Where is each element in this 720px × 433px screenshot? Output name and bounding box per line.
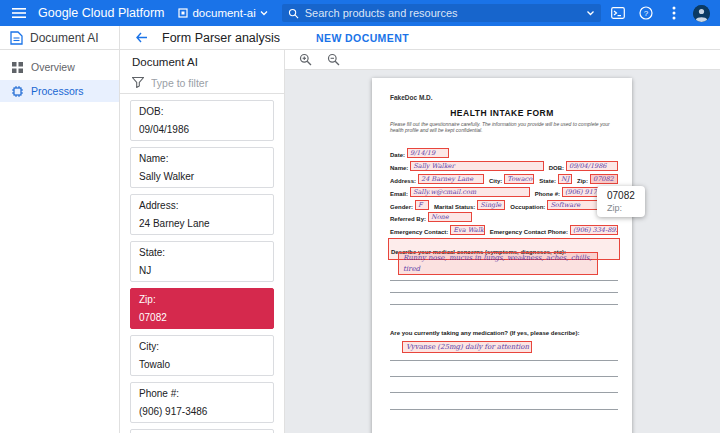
- annotation-referred-by[interactable]: None: [428, 212, 472, 222]
- doc-title: HEALTH INTAKE FORM: [372, 108, 632, 118]
- field-card-state[interactable]: State: NJ: [130, 241, 274, 282]
- field-value: 24 Barney Lane: [139, 218, 265, 229]
- sidebar: Document AI Overview Processors: [0, 26, 120, 433]
- zoom-out-icon[interactable]: [325, 52, 341, 68]
- overview-icon: [12, 62, 23, 73]
- app-window: Google Cloud Platform document-ai ?: [0, 0, 720, 433]
- filter-input[interactable]: [151, 77, 272, 89]
- annotation-zip[interactable]: 07082: [590, 174, 618, 184]
- annotation-medication-value[interactable]: Vyvanse (25mg) daily for attention: [402, 341, 532, 353]
- field-card-zip[interactable]: Zip: 07082: [130, 288, 274, 329]
- doc-row-emergency: Emergency Contact: Eva Walker Emergency …: [390, 225, 618, 235]
- fields-panel: Document AI DOB: 09/04/1986 Name: Sally …: [120, 50, 285, 433]
- app-bar: Form Parser analysis NEW DOCUMENT: [120, 26, 720, 50]
- doc-field-label: Referred By:: [390, 216, 426, 222]
- help-icon[interactable]: ?: [637, 4, 655, 22]
- annotation-emergency-phone[interactable]: (906) 334-8926: [570, 225, 618, 235]
- ruled-line: [390, 392, 618, 393]
- avatar[interactable]: [693, 5, 710, 22]
- field-value: (906) 917-3486: [139, 406, 265, 417]
- top-bar: Google Cloud Platform document-ai ?: [0, 0, 720, 26]
- zoom-in-icon[interactable]: [297, 52, 313, 68]
- ruled-line: [390, 376, 618, 377]
- annotation-date[interactable]: 9/14/19: [407, 148, 449, 158]
- doc-field-label: Emergency Contact Phone:: [490, 229, 568, 235]
- ruled-line: [390, 360, 618, 361]
- new-document-button[interactable]: NEW DOCUMENT: [316, 32, 409, 44]
- field-value: Sally Walker: [139, 171, 265, 182]
- sidebar-item-processors[interactable]: Processors: [0, 80, 119, 102]
- tooltip-label: Zip:: [607, 203, 635, 213]
- cloud-shell-icon[interactable]: [609, 4, 627, 22]
- doc-field-label: Gender:: [390, 204, 413, 210]
- field-card-city[interactable]: City: Towalo: [130, 335, 274, 376]
- doc-row-address: Address: 24 Barney Lane City: Towaco Sta…: [390, 174, 618, 184]
- doc-field-label: DOB:: [549, 165, 564, 171]
- sidebar-item-overview[interactable]: Overview: [0, 56, 119, 78]
- topbar-actions: ?: [609, 4, 712, 22]
- search-input[interactable]: [305, 7, 580, 19]
- doc-row-name-dob: Name: Sally Walker DOB: 09/04/1986: [390, 161, 618, 171]
- field-list: DOB: 09/04/1986 Name: Sally Walker Addre…: [120, 94, 284, 433]
- annotation-state[interactable]: NJ: [558, 174, 572, 184]
- menu-icon[interactable]: [8, 2, 30, 24]
- field-label: DOB:: [139, 106, 265, 117]
- field-card-name[interactable]: Name: Sally Walker: [130, 147, 274, 188]
- annotation-name[interactable]: Sally Walker: [410, 161, 543, 171]
- annotation-gender[interactable]: F: [415, 200, 429, 210]
- ruled-line: [390, 292, 618, 293]
- ruled-line: [390, 409, 618, 410]
- doc-field-label: Occupation:: [510, 204, 545, 210]
- annotation-medical-concerns-value[interactable]: Runny nose, mucus in lungs, weakness, ac…: [398, 252, 598, 275]
- field-card-address[interactable]: Address: 24 Barney Lane: [130, 194, 274, 235]
- more-vert-icon[interactable]: [665, 4, 683, 22]
- project-icon: [178, 8, 188, 18]
- chevron-down-icon: [260, 10, 268, 16]
- svg-text:?: ?: [644, 9, 649, 18]
- filter-row: [120, 72, 284, 94]
- filter-icon: [132, 77, 144, 88]
- project-selector[interactable]: document-ai: [172, 5, 273, 21]
- sidebar-header: Document AI: [0, 26, 119, 50]
- back-arrow-icon[interactable]: [132, 29, 150, 47]
- annotation-emergency-contact[interactable]: Eva Walker: [450, 225, 484, 235]
- doc-clinic-name: FakeDoc M.D.: [390, 94, 433, 101]
- field-value: 09/04/1986: [139, 124, 265, 135]
- doc-field-label: Marital Status:: [434, 204, 475, 210]
- field-card-partial[interactable]: [130, 429, 274, 433]
- annotation-marital-status[interactable]: Single: [477, 200, 505, 210]
- field-label: City:: [139, 341, 265, 352]
- field-value: NJ: [139, 265, 265, 276]
- viewer-canvas[interactable]: FakeDoc M.D. HEALTH INTAKE FORM Please f…: [285, 70, 720, 433]
- field-value: Towalo: [139, 359, 265, 370]
- sidebar-title: Document AI: [30, 31, 99, 45]
- annotation-dob[interactable]: 09/04/1986: [566, 161, 618, 171]
- search-icon: [288, 8, 299, 19]
- doc-row-referred: Referred By: None: [390, 212, 618, 222]
- field-card-phone[interactable]: Phone #: (906) 917-3486: [130, 382, 274, 423]
- field-label: State:: [139, 247, 265, 258]
- field-card-dob[interactable]: DOB: 09/04/1986: [130, 100, 274, 141]
- doc-field-label: Zip:: [577, 178, 588, 184]
- field-label: Phone #:: [139, 388, 265, 399]
- annotation-email[interactable]: Sally.w@cmail.com: [410, 187, 530, 197]
- doc-field-label: Date:: [390, 152, 405, 158]
- doc-field-label: Name:: [390, 165, 408, 171]
- field-label: Zip:: [139, 294, 265, 305]
- page-title: Form Parser analysis: [162, 31, 280, 45]
- doc-section-label: Are you currently taking any medication?…: [390, 330, 618, 336]
- gcp-logo[interactable]: Google Cloud Platform: [38, 6, 164, 20]
- doc-row-gender: Gender: F Marital Status: Single Occupat…: [390, 200, 618, 210]
- doc-row-date: Date: 9/14/19: [390, 148, 618, 158]
- search-chevron-down-icon[interactable]: [586, 10, 595, 16]
- global-search: [282, 4, 601, 22]
- field-tooltip: 07082 Zip:: [597, 186, 645, 217]
- annotation-address[interactable]: 24 Barney Lane: [418, 174, 484, 184]
- tooltip-value: 07082: [607, 190, 635, 201]
- sidebar-item-label: Overview: [31, 61, 75, 73]
- annotation-city[interactable]: Towaco: [504, 174, 534, 184]
- ruled-line: [390, 304, 618, 305]
- document-viewer: FakeDoc M.D. HEALTH INTAKE FORM Please f…: [285, 50, 720, 433]
- project-name: document-ai: [192, 7, 255, 19]
- document-page: FakeDoc M.D. HEALTH INTAKE FORM Please f…: [372, 78, 632, 433]
